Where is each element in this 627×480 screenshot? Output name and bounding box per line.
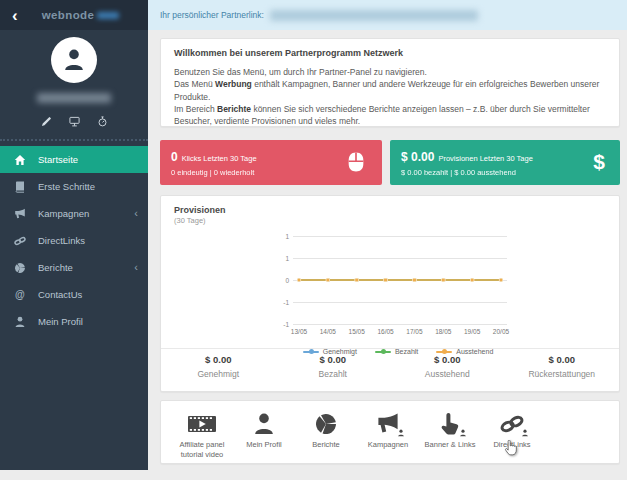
user-icon [14,316,26,328]
clicks-card: 0Klicks Letzten 30 Tage 0 eindeutig | 0 … [160,140,382,185]
x-tick-label: 17/05 [399,328,429,335]
partner-link-label: Ihr persönlicher Partnerlink: [160,10,264,20]
sidebar-item-berichte[interactable]: Berichte ‹ [0,254,148,281]
sidebar-item-mein-profil[interactable]: Mein Profil [0,308,148,335]
shortcut-label: Berichte [295,440,357,450]
topbar: Ihr persönlicher Partnerlink: [148,0,627,30]
summary-rueckerstattungen: $ 0.00 Rückerstattungen [505,354,620,379]
welcome-title: Willkommen bei unserem Partnerprogramm N… [174,48,606,58]
sidebar-item-contactus[interactable]: @ ContactUs [0,281,148,308]
sidebar-menu: Startseite Erste Schritte Kampagnen ‹ Di… [0,141,148,335]
legend-swatch [303,351,319,353]
x-tick-label: 14/05 [313,328,343,335]
at-icon: @ [14,289,26,301]
summary-value: $ 0.00 [161,354,276,365]
x-tick-label: 15/05 [342,328,372,335]
welcome-line-3-bold: Berichte [217,104,251,114]
x-tick-label: 16/05 [371,328,401,335]
x-tick-label: 19/05 [457,328,487,335]
commissions-value: $ 0.00 [401,150,434,164]
avatar [51,37,97,83]
home-icon [14,154,26,166]
sidebar-item-label: Kampagnen [38,208,89,219]
summary-value: $ 0.00 [276,354,391,365]
sidebar-item-startseite[interactable]: Startseite [0,146,148,173]
sidebar-item-label: DirectLinks [38,235,85,246]
book-icon [14,181,26,193]
monitor-icon[interactable] [69,116,80,127]
sidebar-item-erste-schritte[interactable]: Erste Schritte [0,173,148,200]
user-icon [252,412,276,436]
mouse-icon [345,149,367,175]
profile-name-redacted [37,93,111,103]
profile-actions [0,116,148,127]
chart: 110-1-1 13/0514/0515/0516/0517/0518/0519… [273,236,523,366]
megaphone-icon [14,208,26,220]
shortcuts-panel: Affiliate panel tutorial video Mein Prof… [160,400,620,464]
chart-title: Provisionen [174,205,606,215]
pie-chart-icon [314,412,338,436]
welcome-line-2-bold: Werbung [215,79,252,89]
user-icon [459,429,467,437]
clicks-label: Klicks Letzten 30 Tage [182,154,257,163]
user-icon [521,429,529,437]
summary-bezahlt: $ 0.00 Bezahlt [276,354,391,379]
commissions-label: Provisionen Letzten 30 Tage [438,154,533,163]
chevron-left-icon: ‹ [134,262,138,273]
sidebar: ‹ webnode Startseite Erste Schritte Kamp… [0,0,148,470]
welcome-panel: Willkommen bei unserem Partnerprogramm N… [160,38,620,127]
x-tick-label: 18/05 [428,328,458,335]
chart-series [293,236,507,324]
sidebar-header: ‹ webnode [0,0,148,30]
mouse-cursor-icon [504,440,518,456]
legend-swatch [375,351,391,353]
sidebar-item-kampagnen[interactable]: Kampagnen ‹ [0,200,148,227]
shortcut-label: Mein Profil [233,440,295,450]
summary-value: $ 0.00 [505,354,620,365]
shortcut-mein-profil[interactable]: Mein Profil [233,408,295,463]
shortcut-banner-links[interactable]: Banner & Links [419,408,481,463]
y-tick-label: 1 [273,233,289,240]
commissions-card: $ 0.00Provisionen Letzten 30 Tage $ 0.00… [390,140,620,185]
welcome-line-1: Benutzen Sie das Menü, um durch Ihr Part… [174,67,427,77]
summary-ausstehend: $ 0.00 Ausstehend [390,354,505,379]
pie-chart-icon [14,262,26,274]
gridline [293,324,507,325]
shortcut-tutorial-video[interactable]: Affiliate panel tutorial video [171,408,233,463]
sidebar-item-label: ContactUs [38,289,82,300]
summary-label: Ausstehend [390,369,505,379]
x-tick-label: 20/05 [486,328,516,335]
shortcut-label: Affiliate panel tutorial video [171,440,233,460]
summary-label: Bezahlt [276,369,391,379]
chart-subtitle: (30 Tage) [174,216,606,225]
logo-suffix-redacted [97,12,119,19]
sidebar-item-directlinks[interactable]: DirectLinks [0,227,148,254]
sidebar-item-label: Erste Schritte [38,181,95,192]
shortcut-label: Kampagnen [357,440,419,450]
film-video-icon [187,412,217,436]
collapse-sidebar-icon[interactable]: ‹ [12,7,18,24]
summary-genehmigt: $ 0.00 Genehmigt [161,354,276,379]
legend-swatch [436,351,452,353]
x-tick-label: 13/05 [284,328,314,335]
summary-label: Rückerstattungen [505,369,620,379]
clicks-sub: 0 eindeutig | 0 wiederholt [171,168,371,177]
sidebar-item-label: Mein Profil [38,316,83,327]
sidebar-item-label: Berichte [38,262,73,273]
summary-divider [161,348,619,349]
summary-value: $ 0.00 [390,354,505,365]
user-icon [62,48,86,72]
partner-link-redacted[interactable] [270,10,478,21]
shortcut-label: Banner & Links [419,440,481,450]
y-tick-label: 1 [273,255,289,262]
profile-section [0,30,148,141]
chevron-left-icon: ‹ [134,208,138,219]
shortcut-kampagnen[interactable]: Kampagnen [357,408,419,463]
y-tick-label: -1 [273,321,289,328]
y-tick-label: -1 [273,299,289,306]
stopwatch-icon[interactable] [97,116,108,127]
welcome-line-2: Das Menü [174,79,215,89]
pencil-icon[interactable] [41,116,52,127]
shortcut-berichte[interactable]: Berichte [295,408,357,463]
welcome-text: Benutzen Sie das Menü, um durch Ihr Part… [174,66,606,128]
